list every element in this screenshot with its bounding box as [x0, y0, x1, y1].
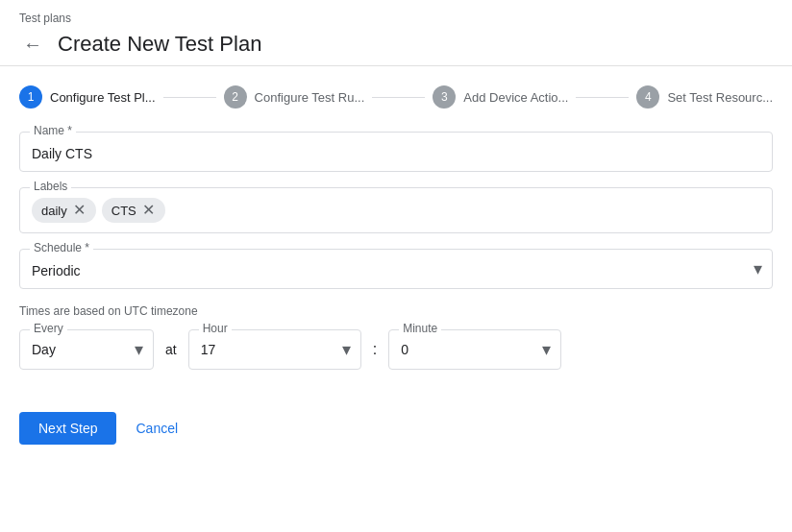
- chip-daily-text: daily: [41, 204, 67, 218]
- chip-daily: daily ✕: [32, 198, 96, 223]
- every-field: Every Day Hour Week ▾: [19, 329, 154, 370]
- name-field-group: Name *: [19, 132, 773, 172]
- step-2-circle: 2: [224, 85, 247, 109]
- step-2-label: Configure Test Ru...: [255, 90, 365, 105]
- step-2: 2 Configure Test Ru...: [224, 85, 365, 109]
- schedule-label: Schedule *: [30, 241, 93, 254]
- step-connector-2: [372, 97, 425, 98]
- hour-select[interactable]: 0123 4567 891011 12131415 16171819 20212…: [189, 330, 360, 369]
- step-connector-1: [163, 97, 216, 98]
- name-field: Name *: [19, 132, 773, 172]
- next-step-button[interactable]: Next Step: [19, 412, 116, 445]
- step-1-label: Configure Test Pl...: [50, 90, 156, 105]
- step-3: 3 Add Device Actio...: [433, 85, 568, 109]
- top-bar: Test plans ← Create New Test Plan: [0, 0, 792, 66]
- chip-cts-close[interactable]: ✕: [140, 202, 158, 219]
- schedule-field-group: Schedule * Periodic Once Manual ▾: [19, 249, 773, 289]
- hour-label: Hour: [199, 322, 232, 335]
- step-3-circle: 3: [433, 85, 456, 109]
- timezone-note: Times are based on UTC timezone: [19, 304, 773, 318]
- step-1: 1 Configure Test Pl...: [19, 85, 156, 109]
- footer: Next Step Cancel: [0, 389, 792, 445]
- chip-daily-close[interactable]: ✕: [71, 202, 88, 219]
- breadcrumb: Test plans: [19, 12, 773, 25]
- every-label: Every: [30, 322, 67, 335]
- name-label: Name *: [30, 124, 76, 137]
- minute-select[interactable]: 051015 20253035 40455055: [389, 330, 560, 369]
- schedule-select[interactable]: Periodic Once Manual: [20, 250, 772, 288]
- chip-cts: CTS ✕: [102, 198, 165, 223]
- step-3-label: Add Device Actio...: [463, 90, 568, 105]
- step-4-label: Set Test Resourc...: [667, 90, 773, 105]
- cancel-button[interactable]: Cancel: [132, 412, 182, 445]
- colon-separator: :: [373, 341, 377, 358]
- step-connector-3: [576, 97, 629, 98]
- name-input[interactable]: [32, 133, 760, 171]
- step-4-circle: 4: [636, 85, 659, 109]
- at-label: at: [165, 342, 177, 357]
- minute-label: Minute: [399, 322, 441, 335]
- back-button[interactable]: ←: [19, 31, 46, 58]
- page-title: Create New Test Plan: [58, 32, 261, 57]
- minute-field: Minute 051015 20253035 40455055 ▾: [388, 329, 561, 370]
- labels-field[interactable]: Labels daily ✕ CTS ✕: [19, 187, 773, 233]
- step-1-circle: 1: [19, 85, 42, 109]
- labels-field-group: Labels daily ✕ CTS ✕: [19, 187, 773, 233]
- every-select[interactable]: Day Hour Week: [20, 330, 153, 369]
- labels-label: Labels: [30, 180, 71, 193]
- step-4: 4 Set Test Resourc...: [636, 85, 773, 109]
- hour-field: Hour 0123 4567 891011 12131415 16171819 …: [188, 329, 361, 370]
- schedule-wrapper: Schedule * Periodic Once Manual ▾: [19, 249, 773, 289]
- periodic-row: Every Day Hour Week ▾ at Hour 0123 4567 …: [19, 329, 773, 370]
- stepper: 1 Configure Test Pl... 2 Configure Test …: [19, 85, 773, 109]
- form-content: 1 Configure Test Pl... 2 Configure Test …: [0, 66, 792, 389]
- chip-cts-text: CTS: [111, 204, 136, 218]
